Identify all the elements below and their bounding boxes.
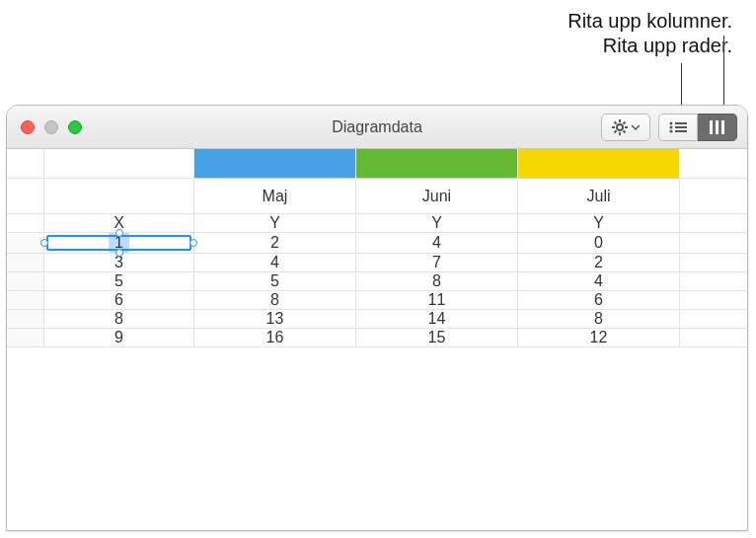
svg-point-13 bbox=[670, 129, 673, 132]
svg-rect-14 bbox=[675, 130, 687, 132]
data-cell[interactable]: 4 bbox=[356, 233, 518, 254]
plot-rows-button[interactable] bbox=[658, 114, 698, 141]
axis-header-trailing bbox=[680, 214, 748, 233]
color-header-trailing bbox=[680, 149, 748, 179]
chart-data-window: Diagramdata bbox=[6, 105, 748, 531]
data-cell[interactable]: 13 bbox=[194, 310, 356, 329]
gear-icon bbox=[612, 119, 640, 135]
zoom-window-button[interactable] bbox=[68, 120, 82, 134]
trailing-cell bbox=[680, 310, 748, 329]
svg-point-9 bbox=[670, 121, 673, 124]
svg-rect-16 bbox=[716, 120, 718, 134]
row-gutter[interactable] bbox=[7, 310, 44, 329]
selection-handle[interactable] bbox=[115, 249, 123, 257]
selection-handle[interactable] bbox=[115, 229, 123, 237]
data-cell[interactable]: 6 bbox=[44, 291, 194, 310]
series-color-juli[interactable] bbox=[518, 149, 680, 179]
data-cell[interactable]: 6 bbox=[518, 291, 680, 310]
row-gutter[interactable] bbox=[7, 254, 44, 272]
axis-header-y1[interactable]: Y bbox=[194, 214, 356, 233]
callout-rows: Rita upp rader. bbox=[603, 35, 736, 57]
window-controls bbox=[21, 120, 82, 134]
data-table[interactable]: Maj Juni Juli X Y Y Y 124034725584681168… bbox=[7, 149, 747, 347]
trailing-cell bbox=[680, 272, 748, 291]
selection-handle[interactable] bbox=[189, 239, 197, 247]
axis-header-y2[interactable]: Y bbox=[356, 214, 518, 233]
series-color-juni[interactable] bbox=[356, 149, 518, 179]
data-cell[interactable]: 1 bbox=[44, 233, 194, 254]
columns-icon bbox=[708, 120, 727, 134]
data-cell[interactable]: 15 bbox=[356, 329, 518, 347]
minimize-window-button[interactable] bbox=[44, 120, 58, 134]
trailing-cell bbox=[680, 254, 748, 272]
month-row-leader bbox=[7, 179, 44, 214]
titlebar: Diagramdata bbox=[7, 106, 747, 149]
data-cell[interactable]: 0 bbox=[518, 233, 680, 254]
svg-rect-12 bbox=[675, 126, 687, 128]
data-cell[interactable]: 9 bbox=[44, 329, 194, 347]
annotation-callouts: Rita upp kolumner. Rita upp rader. bbox=[567, 10, 736, 59]
svg-line-5 bbox=[615, 121, 617, 123]
series-color-maj[interactable] bbox=[194, 149, 356, 179]
data-cell[interactable]: 16 bbox=[194, 329, 356, 347]
data-cell[interactable]: 2 bbox=[194, 233, 356, 254]
svg-point-11 bbox=[670, 125, 673, 128]
trailing-cell bbox=[680, 291, 748, 310]
row-gutter[interactable] bbox=[7, 233, 44, 254]
svg-line-7 bbox=[615, 130, 617, 132]
axis-header-y3[interactable]: Y bbox=[518, 214, 680, 233]
data-cell[interactable]: 2 bbox=[518, 254, 680, 272]
data-cell[interactable]: 5 bbox=[44, 272, 194, 291]
data-cell[interactable]: 5 bbox=[194, 272, 356, 291]
month-header-trailing bbox=[680, 179, 748, 214]
svg-rect-17 bbox=[721, 120, 724, 134]
chevron-down-icon bbox=[632, 125, 640, 129]
callout-leader-columns bbox=[723, 36, 724, 107]
data-cell[interactable]: 11 bbox=[356, 291, 518, 310]
corner-cell bbox=[7, 149, 44, 179]
month-header-maj[interactable]: Maj bbox=[194, 179, 356, 214]
svg-rect-15 bbox=[710, 120, 713, 134]
rows-icon bbox=[668, 120, 688, 134]
callout-columns: Rita upp kolumner. bbox=[567, 10, 736, 33]
data-cell[interactable]: 8 bbox=[194, 291, 356, 310]
month-header-juni[interactable]: Juni bbox=[356, 179, 518, 214]
month-header-blank bbox=[44, 179, 194, 214]
svg-line-8 bbox=[624, 121, 626, 123]
color-header-blank bbox=[44, 149, 194, 179]
row-gutter[interactable] bbox=[7, 272, 44, 291]
data-cell[interactable]: 8 bbox=[44, 310, 194, 329]
axis-row-leader bbox=[7, 214, 44, 233]
data-cell[interactable]: 4 bbox=[518, 272, 680, 291]
callout-leader-rows bbox=[681, 63, 682, 107]
settings-dropdown-button[interactable] bbox=[601, 114, 650, 141]
plot-columns-button[interactable] bbox=[698, 114, 737, 141]
row-gutter[interactable] bbox=[7, 291, 44, 310]
data-cell[interactable]: 4 bbox=[194, 254, 356, 272]
trailing-cell bbox=[680, 329, 748, 347]
data-cell[interactable]: 8 bbox=[356, 272, 518, 291]
svg-line-6 bbox=[624, 130, 626, 132]
selection-handle[interactable] bbox=[40, 239, 48, 247]
data-cell[interactable]: 14 bbox=[356, 310, 518, 329]
close-window-button[interactable] bbox=[21, 120, 35, 134]
row-gutter[interactable] bbox=[7, 329, 44, 347]
svg-point-0 bbox=[617, 124, 623, 130]
plot-orientation-segment bbox=[658, 114, 737, 141]
trailing-cell bbox=[680, 233, 748, 254]
data-cell[interactable]: 12 bbox=[518, 329, 680, 347]
data-cell[interactable]: 7 bbox=[356, 254, 518, 272]
svg-rect-10 bbox=[675, 122, 687, 124]
data-cell[interactable]: 8 bbox=[518, 310, 680, 329]
month-header-juli[interactable]: Juli bbox=[518, 179, 680, 214]
